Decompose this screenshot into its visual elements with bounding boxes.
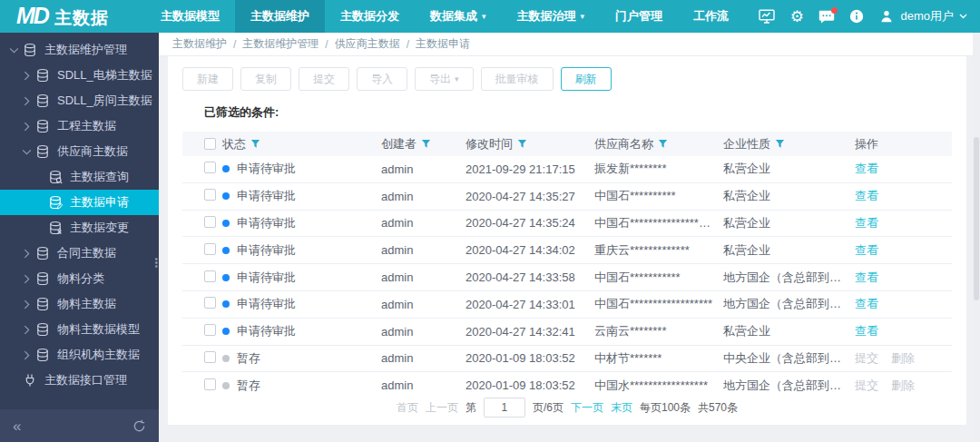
sidebar-item-10[interactable]: 物料主数据 <box>0 291 159 317</box>
sidebar-item-11[interactable]: 物料主数据模型 <box>0 317 159 342</box>
breadcrumb-item-2[interactable]: 供应商主数据 <box>335 36 400 52</box>
scrollbar-thumb[interactable] <box>974 137 979 300</box>
row-checkbox[interactable] <box>204 324 216 336</box>
filter-icon[interactable] <box>250 139 260 149</box>
next-page-link[interactable]: 下一页 <box>571 400 603 416</box>
row-checkbox[interactable] <box>204 189 216 201</box>
view-link[interactable]: 查看 <box>855 189 878 202</box>
reload-tree-icon[interactable] <box>132 419 146 433</box>
prev-page-link[interactable]: 上一页 <box>426 400 458 416</box>
view-link[interactable]: 查看 <box>855 270 878 284</box>
filter-icon[interactable] <box>517 139 527 149</box>
row-checkbox[interactable] <box>204 270 216 282</box>
status-dot-icon <box>222 165 230 172</box>
sidebar-item-2[interactable]: SDLL_房间主数据 <box>0 88 159 113</box>
sidebar-item-8[interactable]: 合同主数据 <box>0 241 159 266</box>
database-icon <box>35 322 50 337</box>
tree-expand-icon[interactable] <box>7 45 20 55</box>
tree-expand-icon[interactable] <box>20 147 33 157</box>
user-menu[interactable]: demo用户 <box>878 8 967 25</box>
row-checkbox[interactable] <box>204 351 216 363</box>
tree-expand-icon[interactable] <box>20 350 33 360</box>
row-checkbox[interactable] <box>204 243 216 255</box>
column-header-4: 企业性质 <box>723 136 855 152</box>
splitter-handle[interactable]: ••• <box>154 258 158 269</box>
sidebar-item-1[interactable]: SDLL_电梯主数据 <box>0 63 159 88</box>
tree-expand-icon[interactable] <box>20 300 33 309</box>
sidebar-item-5[interactable]: 主数据查询 <box>0 164 159 190</box>
delete-link[interactable]: 删除 <box>891 378 915 392</box>
sidebar-item-9[interactable]: 物料分类 <box>0 266 159 291</box>
sidebar-item-7[interactable]: 主数据变更 <box>0 215 159 241</box>
cell-status: 暂存 <box>222 350 381 367</box>
batch-review-button[interactable]: 批量审核 <box>481 67 554 91</box>
nav-item-3[interactable]: 数据集成▾ <box>415 0 502 33</box>
cell-supplier-name: 振发新******** <box>594 161 723 177</box>
nav-item-6[interactable]: 工作流 <box>678 0 744 33</box>
sidebar-item-0[interactable]: 主数据维护管理 <box>0 37 159 63</box>
breadcrumb-item-3[interactable]: 主数据申请 <box>416 36 470 52</box>
submit-link[interactable]: 提交 <box>855 351 878 365</box>
sidebar: 主数据维护管理SDLL_电梯主数据SDLL_房间主数据工程主数据供应商主数据主数… <box>0 33 159 442</box>
sidebar-item-3[interactable]: 工程主数据 <box>0 113 159 139</box>
row-checkbox[interactable] <box>204 162 216 173</box>
tree-expand-icon[interactable] <box>20 96 33 106</box>
filter-icon[interactable] <box>421 139 431 149</box>
tree-expand-icon[interactable] <box>20 325 33 335</box>
filter-icon[interactable] <box>658 139 668 149</box>
create-button[interactable]: 新建 <box>182 67 233 91</box>
export-button[interactable]: 导出▾ <box>415 67 474 91</box>
tree-expand-icon[interactable] <box>20 71 33 81</box>
sidebar-item-12[interactable]: 组织机构主数据 <box>0 342 159 368</box>
app-logo[interactable]: MD 主数据 <box>16 3 109 30</box>
first-page-link[interactable]: 首页 <box>397 400 418 416</box>
delete-link[interactable]: 删除 <box>891 351 915 365</box>
info-icon[interactable] <box>848 9 865 25</box>
select-all-checkbox[interactable] <box>204 138 216 150</box>
tree-expand-icon[interactable] <box>20 249 33 259</box>
page-number-input[interactable] <box>484 398 525 417</box>
status-dot-icon <box>222 382 230 389</box>
nav-item-4[interactable]: 主数据治理▾ <box>501 0 600 33</box>
view-link[interactable]: 查看 <box>855 243 878 257</box>
nav-item-5[interactable]: 门户管理 <box>600 0 678 33</box>
page-scrollbar[interactable] <box>973 33 980 442</box>
nav-item-0[interactable]: 主数据模型 <box>145 0 235 33</box>
sidebar-footer: « <box>0 409 159 442</box>
sidebar-item-13[interactable]: 主数据接口管理 <box>0 368 159 393</box>
nav-item-1[interactable]: 主数据维护 <box>235 0 325 33</box>
tree-expand-icon[interactable] <box>20 122 33 132</box>
import-button[interactable]: 导入 <box>357 67 407 91</box>
submit-link[interactable]: 提交 <box>855 378 878 392</box>
view-link[interactable]: 查看 <box>855 324 878 338</box>
nav-item-2[interactable]: 主数据分发 <box>325 0 415 33</box>
cell-creator: admin <box>381 162 466 176</box>
collapse-sidebar-icon[interactable]: « <box>13 418 21 434</box>
tree-expand-icon[interactable] <box>20 274 33 284</box>
breadcrumb-item-0[interactable]: 主数据维护 <box>172 36 227 52</box>
refresh-button[interactable]: 刷新 <box>561 67 612 91</box>
sidebar-item-4[interactable]: 供应商主数据 <box>0 139 159 164</box>
cell-modified-time: 2020-01-09 18:03:52 <box>466 378 594 392</box>
view-link[interactable]: 查看 <box>855 216 878 230</box>
sidebar-item-6[interactable]: 主数据申请 <box>0 190 159 215</box>
view-link[interactable]: 查看 <box>855 297 878 310</box>
row-checkbox[interactable] <box>204 297 216 309</box>
filter-icon[interactable] <box>775 139 785 149</box>
message-badge <box>831 7 838 14</box>
gear-icon[interactable]: ⚙ <box>789 9 805 25</box>
view-link[interactable]: 查看 <box>855 162 878 175</box>
pagination: 首页 上一页 第 页/6页 下一页 末页 每页100条 共570条 <box>182 396 952 419</box>
message-icon[interactable] <box>818 9 835 25</box>
row-checkbox[interactable] <box>204 216 216 228</box>
submit-button[interactable]: 提交 <box>299 67 349 91</box>
row-checkbox[interactable] <box>204 378 216 390</box>
copy-button[interactable]: 复制 <box>240 67 291 91</box>
cell-actions: 查看 <box>855 270 952 286</box>
breadcrumb: 主数据维护/主数据维护管理/供应商主数据/主数据申请 <box>159 33 980 56</box>
dashboard-icon[interactable] <box>759 9 775 25</box>
breadcrumb-item-1[interactable]: 主数据维护管理 <box>242 36 318 52</box>
cell-creator: admin <box>381 270 466 284</box>
last-page-link[interactable]: 末页 <box>611 400 632 416</box>
supplier-table: 状态创建者修改时间供应商名称企业性质操作 申请待审批admin2021-09-2… <box>182 132 952 392</box>
